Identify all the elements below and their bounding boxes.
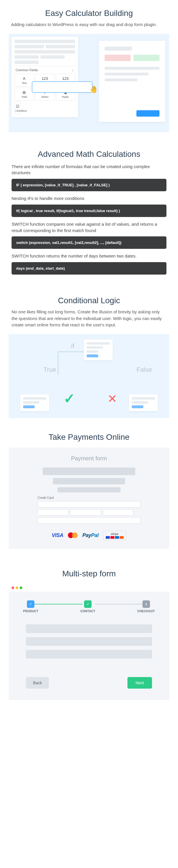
payment-logos: VISA PayPal stripe xyxy=(23,531,155,540)
check-icon: ✓ xyxy=(27,600,34,608)
field-tile-total[interactable]: ⊞Total xyxy=(14,88,34,100)
field-tile-checkbox[interactable]: ☑Checkbox xyxy=(14,101,21,114)
advanced-math-section: Advanced Math Calculations There are inf… xyxy=(0,141,178,285)
slider-icon: 123 xyxy=(57,76,74,81)
step-checkout: xCHECKOUT xyxy=(137,600,155,613)
section-title: Take Payments Online xyxy=(9,433,169,442)
payment-form-mock: Payment form Credit Card VISA PayPal str… xyxy=(9,447,169,549)
easy-calculator-section: Easy Calculator Building Adding calculat… xyxy=(0,0,178,141)
back-button[interactable]: Back xyxy=(26,677,49,689)
minimize-dot-icon xyxy=(15,587,18,589)
total-icon: ⊞ xyxy=(15,90,33,95)
form-preview xyxy=(99,41,165,122)
builder-mock: Common Fields ⌄ AText 123Number 123Slide… xyxy=(9,34,169,132)
section-title: Conditional Logic xyxy=(9,296,169,305)
math-intro-2: Nesting IFs to handle more conditions xyxy=(11,195,167,202)
fields-panel: Common Fields ⌄ AText 123Number 123Slide… xyxy=(11,37,78,117)
next-button[interactable]: Next xyxy=(128,677,152,689)
chevron-down-icon: ⌄ xyxy=(71,68,74,72)
conditional-card-true xyxy=(20,394,49,411)
mastercard-logo xyxy=(68,532,78,538)
close-dot-icon xyxy=(11,587,14,589)
text-icon: A xyxy=(15,76,33,81)
multistep-content xyxy=(9,616,169,671)
step-contact: ✓CONTACT xyxy=(80,600,95,613)
math-intro-3: SWITCH function compares one value again… xyxy=(11,221,167,234)
cc-name-input[interactable] xyxy=(38,517,140,524)
section-title: Easy Calculator Building xyxy=(9,9,169,18)
window-controls xyxy=(9,584,169,592)
check-icon: ✓ xyxy=(84,600,92,608)
section-title: Advanced Math Calculations xyxy=(11,150,167,159)
payment-form-title: Payment form xyxy=(23,455,155,462)
step-product: ✓PRODUCT xyxy=(23,600,38,613)
common-fields-label: Common Fields xyxy=(15,68,38,72)
multistep-section: Multi-step form ✓PRODUCT ✓CONTACT xCHECK… xyxy=(0,560,178,717)
preview-red-block xyxy=(105,55,131,61)
credit-card-label: Credit Card xyxy=(38,496,155,499)
conditional-card xyxy=(84,339,113,360)
if-label: if xyxy=(71,342,74,350)
cc-cvc-input[interactable] xyxy=(70,509,101,516)
visa-logo: VISA xyxy=(52,532,63,538)
math-intro-4: SWITCH function returns the number of da… xyxy=(11,253,167,259)
hand-cursor-icon: 🤚 xyxy=(90,85,98,93)
paypal-logo: PayPal xyxy=(82,532,99,538)
section-subtitle: No one likes filling out long forms. Cre… xyxy=(9,309,169,329)
stripe-logo: stripe xyxy=(103,531,126,540)
false-label: False xyxy=(136,366,152,374)
payments-section: Take Payments Online Payment form Credit… xyxy=(0,421,178,560)
multistep-mock: ✓PRODUCT ✓CONTACT xCHECKOUT Back Next xyxy=(9,584,169,700)
math-intro-1: There are infinite number of formulas th… xyxy=(11,163,167,176)
cross-icon: ✕ xyxy=(107,392,117,405)
check-icon: ✓ xyxy=(64,390,75,406)
section-title: Multi-step form xyxy=(9,569,169,578)
preview-green-block xyxy=(134,55,159,61)
conditional-graphic: if True False ✓ ✕ xyxy=(9,334,169,418)
cc-exp-input[interactable] xyxy=(38,509,69,516)
preview-submit-button xyxy=(136,110,159,117)
dragging-field xyxy=(32,81,93,93)
code-days: days (end_date, start_date) xyxy=(11,262,167,275)
number-icon: 123 xyxy=(36,76,54,81)
true-label: True xyxy=(43,366,56,374)
x-icon: x xyxy=(142,600,150,608)
checkbox-icon: ☑ xyxy=(15,104,20,108)
section-subtitle: Adding calculators to WordPress is easy … xyxy=(9,22,169,28)
step-indicator: ✓PRODUCT ✓CONTACT xCHECKOUT xyxy=(9,592,169,616)
code-switch: switch (expression, val1,result1, [val2,… xyxy=(11,237,167,249)
field-tile-text[interactable]: AText xyxy=(14,74,34,87)
maximize-dot-icon xyxy=(20,587,22,589)
code-nested-if: if( logical , true result, if(logical1, … xyxy=(11,205,167,217)
code-if: IF ( expression, [value_if_TRUE] , [valu… xyxy=(11,179,167,191)
cc-zip-input[interactable] xyxy=(103,509,134,516)
conditional-card-false xyxy=(129,394,158,411)
conditional-logic-section: Conditional Logic No one likes filling o… xyxy=(0,284,178,421)
cc-number-input[interactable] xyxy=(38,501,140,507)
